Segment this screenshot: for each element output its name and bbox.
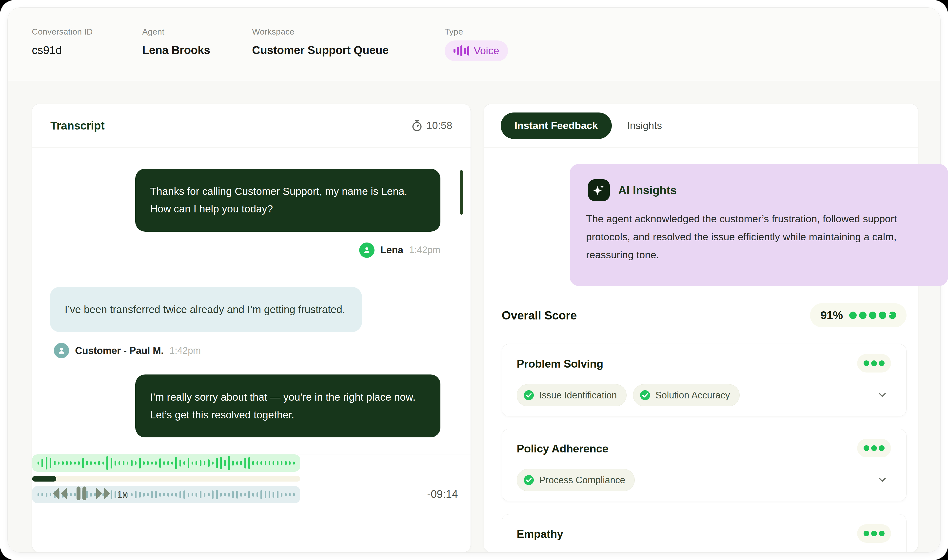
category-card-policy-adherence: Policy Adherence Process Compliance (502, 429, 906, 501)
seek-bar[interactable] (32, 476, 300, 482)
agent-message-bubble: Thanks for calling Customer Support, my … (135, 169, 441, 232)
score-dots (849, 312, 896, 319)
call-duration: 10:58 (412, 120, 452, 131)
ai-icon-tile (588, 179, 610, 201)
seek-bar-fill (32, 476, 56, 482)
field-type: Type Voice (445, 27, 508, 61)
agent-message-bubble: I’m really sorry about that — you’re in … (135, 374, 441, 437)
header-divider (8, 81, 940, 81)
pause-icon (75, 486, 88, 501)
field-workspace: Workspace Customer Support Queue (252, 27, 388, 57)
category-score-dots (857, 439, 891, 457)
field-conversation-id: Conversation ID cs91d (32, 27, 93, 57)
check-circle-icon (523, 475, 534, 486)
chip-label: Solution Accuracy (655, 390, 730, 401)
app-window: Conversation ID cs91d Agent Lena Brooks … (0, 0, 948, 560)
conversation-header: Conversation ID cs91d Agent Lena Brooks … (8, 8, 940, 81)
chevron-down-icon[interactable] (877, 389, 888, 400)
conversation-id-value: cs91d (32, 43, 93, 57)
overall-score-row: Overall Score 91% (502, 303, 906, 328)
workspace-value: Customer Support Queue (252, 43, 388, 57)
category-chips: Process Compliance (517, 469, 635, 491)
conversation-id-label: Conversation ID (32, 27, 93, 37)
playback-controls (50, 486, 113, 501)
workspace-label: Workspace (252, 27, 388, 37)
chat-scrollbar-thumb[interactable] (460, 170, 463, 215)
tab-insights[interactable]: Insights (627, 120, 662, 131)
transcript-title: Transcript (50, 119, 105, 132)
messages-scroll-area[interactable]: Thanks for calling Customer Support, my … (32, 148, 470, 454)
category-title: Policy Adherence (517, 442, 608, 455)
chip-label: Process Compliance (539, 475, 625, 486)
category-chips: Issue Identification Solution Accuracy (517, 384, 740, 406)
user-icon (57, 346, 66, 355)
category-chips (517, 554, 614, 560)
agent-message-time: 1:42pm (409, 245, 441, 255)
pause-button[interactable] (75, 486, 88, 501)
field-agent: Agent Lena Brooks (142, 27, 210, 57)
ai-insights-card: AI Insights The agent acknowledged the c… (570, 164, 948, 286)
feedback-tabs: Instant Feedback Insights (484, 104, 918, 148)
agent-label: Agent (142, 27, 210, 37)
stopwatch-icon (412, 120, 422, 131)
ai-insights-body: The agent acknowledged the customer’s fr… (586, 210, 922, 264)
playback-speed[interactable]: 1x (117, 489, 127, 500)
check-circle-icon (640, 390, 650, 401)
chip-solution-accuracy: Solution Accuracy (633, 384, 740, 406)
fast-forward-button[interactable] (94, 486, 113, 500)
customer-message-bubble: I’ve been transferred twice already and … (50, 287, 362, 332)
customer-avatar (54, 343, 69, 358)
overall-score-badge: 91% (810, 303, 906, 328)
overall-score-label: Overall Score (502, 309, 577, 322)
transcript-panel: Transcript 10:58 Thanks for calling Cust… (32, 104, 471, 552)
fast-forward-icon (94, 486, 113, 500)
rewind-button[interactable] (50, 486, 69, 500)
type-label: Type (445, 27, 508, 37)
customer-message-time: 1:42pm (170, 345, 201, 356)
transcript-header: Transcript 10:58 (32, 104, 470, 148)
agent-value: Lena Brooks (142, 43, 210, 57)
chip-label: Issue Identification (539, 390, 617, 401)
category-title: Empathy (517, 528, 563, 540)
audio-player: 1x -09:14 (32, 454, 470, 552)
tab-instant-feedback[interactable]: Instant Feedback (501, 112, 612, 139)
overall-score-value: 91% (820, 309, 843, 322)
category-card-problem-solving: Problem Solving Issue Identification Sol… (502, 344, 906, 417)
voice-waveform-icon (453, 45, 469, 56)
customer-message-meta: Customer - Paul M. 1:42pm (54, 343, 453, 358)
agent-waveform (32, 454, 300, 472)
duration-text: 10:58 (426, 120, 452, 131)
customer-name: Customer - Paul M. (75, 345, 164, 356)
user-icon (363, 246, 371, 254)
ai-insights-title: AI Insights (618, 183, 677, 197)
chevron-down-icon[interactable] (877, 474, 888, 485)
agent-name: Lena (381, 245, 403, 255)
type-value: Voice (474, 45, 499, 57)
voice-type-badge: Voice (445, 40, 508, 61)
chip-process-compliance: Process Compliance (517, 469, 635, 491)
category-score-dots (857, 524, 891, 543)
chip-partial (517, 554, 614, 560)
time-remaining: -09:14 (427, 488, 458, 500)
category-card-empathy: Empathy (502, 514, 906, 560)
agent-avatar (359, 243, 375, 258)
agent-message-meta: Lena 1:42pm (50, 243, 441, 258)
chip-issue-identification: Issue Identification (517, 384, 627, 406)
category-title: Problem Solving (517, 357, 603, 370)
category-score-dots (857, 354, 891, 372)
check-circle-icon (523, 390, 534, 401)
rewind-icon (50, 486, 69, 500)
sparkle-icon (592, 183, 606, 197)
